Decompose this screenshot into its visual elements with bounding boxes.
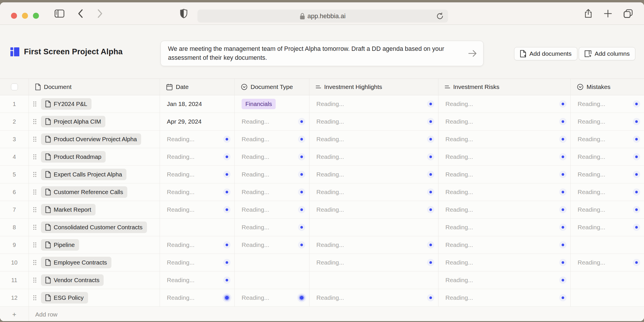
table-cell-investment-highlights[interactable]: Reading...: [309, 201, 438, 218]
document-chip[interactable]: ESG Policy: [41, 292, 88, 304]
document-chip[interactable]: Product Overview Project Alpha: [41, 133, 141, 145]
table-cell-investment-risks[interactable]: Reading...: [438, 183, 571, 201]
table-cell-date[interactable]: Reading...: [160, 148, 235, 165]
row-number[interactable]: 11: [0, 271, 29, 289]
table-cell-date[interactable]: Reading...: [160, 289, 235, 306]
document-chip[interactable]: Customer Reference Calls: [41, 186, 127, 198]
plus-icon[interactable]: +: [0, 307, 29, 321]
row-number[interactable]: 8: [0, 219, 29, 236]
document-cell[interactable]: Pipeline: [29, 236, 160, 254]
new-tab-icon[interactable]: [602, 2, 614, 25]
document-cell[interactable]: Consolidated Customer Contracts: [29, 219, 160, 236]
drag-handle-icon[interactable]: [33, 225, 36, 230]
document-chip[interactable]: Project Alpha CIM: [41, 116, 105, 127]
table-cell-mistakes[interactable]: Reading...: [571, 254, 644, 271]
table-cell-document-type[interactable]: Reading...: [235, 166, 309, 183]
table-cell-document-type[interactable]: Reading...: [235, 183, 309, 201]
table-cell-mistakes[interactable]: Reading...: [571, 183, 644, 201]
table-cell-investment-highlights[interactable]: Reading...: [309, 166, 438, 183]
table-cell-mistakes[interactable]: [571, 289, 644, 306]
add-row-label[interactable]: Add row: [29, 307, 644, 321]
document-chip[interactable]: Expert Calls Project Alpha: [41, 169, 126, 180]
minimize-window-button[interactable]: [22, 13, 28, 19]
document-cell[interactable]: ESG Policy: [29, 289, 160, 306]
add-row[interactable]: + Add row: [0, 307, 644, 321]
table-cell-investment-risks[interactable]: Reading...: [438, 219, 571, 236]
document-cell[interactable]: Customer Reference Calls: [29, 183, 160, 201]
table-cell-investment-highlights[interactable]: [309, 271, 438, 289]
table-cell-investment-risks[interactable]: Reading...: [438, 236, 571, 254]
table-cell-investment-highlights[interactable]: Reading...: [309, 113, 438, 130]
table-cell-investment-highlights[interactable]: Reading...: [309, 95, 438, 113]
share-icon[interactable]: [583, 2, 594, 25]
row-number[interactable]: 10: [0, 254, 29, 271]
table-cell-investment-risks[interactable]: Reading...: [438, 166, 571, 183]
column-header-date[interactable]: Date: [160, 79, 235, 95]
row-number[interactable]: 9: [0, 236, 29, 254]
table-cell-investment-risks[interactable]: Reading...: [438, 271, 571, 289]
table-cell-document-type[interactable]: Reading...: [235, 219, 309, 236]
table-cell-mistakes[interactable]: [571, 236, 644, 254]
address-bar[interactable]: app.hebbia.ai: [197, 10, 448, 23]
table-cell-date[interactable]: Reading...: [160, 271, 235, 289]
table-cell-document-type[interactable]: Reading...: [235, 131, 309, 148]
table-cell-investment-risks[interactable]: Reading...: [438, 289, 571, 306]
table-cell-investment-risks[interactable]: Reading...: [438, 148, 571, 165]
drag-handle-icon[interactable]: [33, 189, 36, 195]
document-cell[interactable]: Product Overview Project Alpha: [29, 131, 160, 148]
document-chip[interactable]: FY2024 P&L: [41, 98, 92, 110]
row-number[interactable]: 4: [0, 148, 29, 165]
row-number[interactable]: 3: [0, 131, 29, 148]
column-header-document-type[interactable]: Document Type: [235, 79, 309, 95]
table-cell-date[interactable]: Jan 18, 2024: [160, 95, 235, 113]
table-cell-date[interactable]: Reading...: [160, 131, 235, 148]
table-cell-date[interactable]: [160, 219, 235, 236]
drag-handle-icon[interactable]: [33, 137, 36, 142]
column-header-investment-highlights[interactable]: Investment Highlights: [309, 79, 438, 95]
drag-handle-icon[interactable]: [33, 260, 36, 265]
table-cell-investment-highlights[interactable]: Reading...: [309, 236, 438, 254]
row-number[interactable]: 6: [0, 183, 29, 201]
table-cell-investment-highlights[interactable]: Reading...: [309, 148, 438, 165]
document-chip[interactable]: Vendor Contracts: [41, 274, 104, 286]
table-cell-mistakes[interactable]: [571, 271, 644, 289]
drag-handle-icon[interactable]: [33, 119, 36, 124]
table-cell-mistakes[interactable]: Reading...: [571, 113, 644, 130]
table-cell-date[interactable]: Apr 29, 2024: [160, 113, 235, 130]
table-cell-document-type[interactable]: Reading...: [235, 148, 309, 165]
table-cell-investment-risks[interactable]: Reading...: [438, 254, 571, 271]
document-cell[interactable]: Project Alpha CIM: [29, 113, 160, 130]
table-cell-mistakes[interactable]: Reading...: [571, 219, 644, 236]
prompt-input[interactable]: We are meeting the management team of Pr…: [160, 41, 484, 66]
document-chip[interactable]: Pipeline: [41, 239, 79, 251]
drag-handle-icon[interactable]: [33, 154, 36, 159]
table-cell-document-type[interactable]: [235, 271, 309, 289]
table-cell-investment-highlights[interactable]: Reading...: [309, 254, 438, 271]
table-cell-document-type[interactable]: Reading...: [235, 289, 309, 306]
document-cell[interactable]: Market Report: [29, 201, 160, 218]
arrow-right-icon[interactable]: [468, 50, 477, 60]
tabs-icon[interactable]: [622, 2, 634, 25]
column-header-document[interactable]: Document: [29, 79, 160, 95]
drag-handle-icon[interactable]: [33, 242, 36, 247]
table-cell-date[interactable]: Reading...: [160, 183, 235, 201]
table-cell-document-type[interactable]: Reading...: [235, 113, 309, 130]
document-chip[interactable]: Product Roadmap: [41, 151, 106, 163]
document-chip[interactable]: Market Report: [41, 204, 96, 215]
column-header-investment-risks[interactable]: Investment Risks: [438, 79, 571, 95]
drag-handle-icon[interactable]: [33, 278, 36, 283]
document-chip[interactable]: Employee Contracts: [41, 257, 111, 268]
row-number[interactable]: 7: [0, 201, 29, 218]
table-cell-investment-risks[interactable]: Reading...: [438, 95, 571, 113]
table-cell-date[interactable]: Reading...: [160, 254, 235, 271]
table-cell-date[interactable]: Reading...: [160, 236, 235, 254]
table-cell-document-type[interactable]: Financials: [235, 95, 309, 113]
document-cell[interactable]: FY2024 P&L: [29, 95, 160, 113]
row-number[interactable]: 5: [0, 166, 29, 183]
select-all-checkbox[interactable]: [11, 83, 18, 90]
document-cell[interactable]: Product Roadmap: [29, 148, 160, 165]
document-chip[interactable]: Consolidated Customer Contracts: [41, 222, 147, 233]
table-cell-date[interactable]: Reading...: [160, 201, 235, 218]
table-cell-investment-risks[interactable]: Reading...: [438, 131, 571, 148]
drag-handle-icon[interactable]: [33, 172, 36, 177]
